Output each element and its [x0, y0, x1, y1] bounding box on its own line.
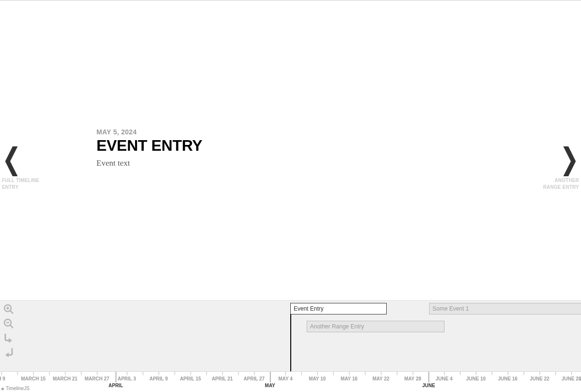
axis-tick: [317, 372, 318, 375]
axis-tick: [571, 372, 572, 375]
slide-date: MAY 5, 2024: [96, 128, 203, 136]
axis-tick-label: JUNE 10: [466, 376, 486, 381]
axis-tick: [397, 372, 397, 375]
axis-month-tick: [270, 372, 270, 382]
axis-tick-label: MAY 16: [340, 376, 357, 381]
timeline-marker[interactable]: Event Entry: [290, 303, 387, 314]
axis-tick: [492, 372, 492, 375]
timeline-marker[interactable]: Some Event 1: [429, 303, 581, 314]
time-axis[interactable]: H 9MARCH 15MARCH 21MARCH 27APRIL 3APRIL …: [0, 371, 581, 392]
slide-content: MAY 5, 2024 EVENT ENTRY Event text: [96, 128, 203, 168]
axis-tick: [1, 372, 2, 375]
svg-line-5: [10, 325, 13, 328]
nav-next-label: ANOTHER RANGE ENTRY: [540, 177, 579, 190]
axis-tick: [444, 372, 445, 375]
attribution[interactable]: ◆ TimelineJS: [1, 386, 29, 391]
axis-tick: [238, 372, 239, 375]
svg-line-1: [10, 311, 13, 314]
axis-tick-label: MAY 28: [404, 376, 421, 381]
goto-start-button[interactable]: [3, 347, 14, 358]
zoom-out-button[interactable]: [3, 318, 14, 329]
axis-tick: [222, 372, 223, 375]
axis-tick-label: APRIL 9: [149, 376, 168, 381]
axis-tick: [540, 372, 540, 375]
axis-tick-label: JUNE 22: [530, 376, 550, 381]
zoom-in-button[interactable]: [3, 303, 14, 315]
axis-tick-label: APRIL 21: [212, 376, 233, 381]
axis-tick: [81, 372, 81, 375]
nav-prev[interactable]: ❮ FULL TIMELINE ENTRY: [2, 147, 41, 190]
axis-tick-label: MARCH 15: [21, 376, 45, 381]
nav-next[interactable]: ❯ ANOTHER RANGE ENTRY: [540, 147, 579, 190]
axis-tick: [460, 372, 460, 375]
axis-tick: [476, 372, 476, 375]
timeline-controls: [3, 303, 16, 361]
axis-tick: [285, 372, 286, 375]
axis-ticks: H 9MARCH 15MARCH 21MARCH 27APRIL 3APRIL …: [0, 372, 581, 392]
axis-tick: [413, 372, 413, 375]
axis-tick-label: JUNE 4: [435, 376, 452, 381]
axis-tick-label: APRIL 27: [243, 376, 265, 381]
axis-tick: [49, 372, 50, 375]
axis-tick-label: H 9: [0, 376, 5, 381]
axis-tick: [349, 372, 350, 375]
axis-tick-label: MAY 4: [278, 376, 292, 381]
chevron-left-icon: ❮: [2, 144, 41, 174]
attribution-icon: ◆: [1, 386, 4, 391]
axis-tick: [159, 372, 159, 375]
axis-month-label: APRIL: [108, 383, 123, 388]
axis-tick: [333, 372, 334, 375]
axis-tick-label: MAY 10: [309, 376, 325, 381]
nav-prev-label: FULL TIMELINE ENTRY: [2, 177, 41, 190]
axis-tick: [206, 372, 207, 375]
axis-tick: [555, 372, 556, 375]
axis-tick: [524, 372, 524, 375]
slide-area: MAY 5, 2024 EVENT ENTRY Event text ❮ FUL…: [0, 0, 581, 299]
axis-month-label: JUNE: [422, 383, 435, 388]
timeline-marker[interactable]: Another Range Entry: [307, 321, 445, 332]
axis-tick-label: JUNE 28: [562, 376, 581, 381]
axis-tick: [508, 372, 508, 375]
axis-tick: [190, 372, 191, 375]
chevron-right-icon: ❯: [540, 144, 579, 174]
axis-tick: [127, 372, 127, 375]
goto-end-button[interactable]: [3, 332, 14, 344]
axis-tick: [33, 372, 34, 375]
timeline-strip[interactable]: Event EntryAnother Range EntrySome Event…: [0, 300, 581, 373]
axis-tick-label: JUNE 16: [498, 376, 518, 381]
axis-month-tick: [429, 372, 429, 382]
axis-tick: [365, 372, 365, 375]
slide-title: EVENT ENTRY: [96, 137, 203, 155]
axis-tick-label: APRIL 15: [180, 376, 201, 381]
axis-month-label: MAY: [265, 383, 275, 388]
axis-tick: [17, 372, 18, 375]
axis-tick: [97, 372, 97, 375]
axis-tick: [254, 372, 255, 375]
attribution-label: TimelineJS: [6, 386, 29, 391]
selected-marker-line: [290, 314, 291, 376]
slide-body: Event text: [96, 158, 203, 168]
axis-tick: [143, 372, 143, 375]
axis-tick: [301, 372, 302, 375]
axis-tick-label: APRIL 3: [118, 376, 136, 381]
axis-tick: [65, 372, 66, 375]
axis-tick-label: MAY 22: [372, 376, 389, 381]
axis-tick: [175, 372, 175, 375]
axis-month-tick: [116, 372, 116, 382]
axis-tick-label: MARCH 27: [84, 376, 109, 381]
axis-tick: [381, 372, 381, 375]
axis-tick-label: MARCH 21: [53, 376, 77, 381]
